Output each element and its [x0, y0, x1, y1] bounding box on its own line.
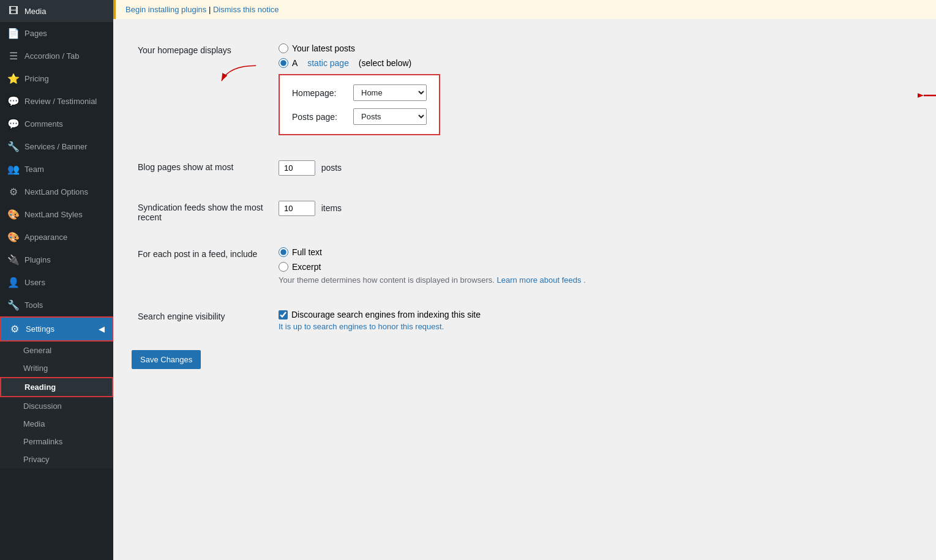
full-text-radio[interactable] — [279, 247, 288, 257]
submenu-media[interactable]: Media — [0, 415, 113, 433]
submenu-discussion[interactable]: Discussion — [0, 397, 113, 415]
users-icon: 👤 — [7, 277, 20, 288]
syndication-suffix: items — [321, 203, 342, 213]
posts-page-select-row: Posts page: Posts Blog — [292, 108, 427, 125]
feed-include-label: For each post in a feed, include — [138, 247, 279, 259]
homepage-radio-group: Your latest posts A static page (select … — [279, 43, 912, 68]
dismiss-notice-link[interactable]: Dismiss this notice — [213, 5, 279, 14]
sidebar-item-plugins[interactable]: 🔌 Plugins — [0, 248, 113, 271]
submenu-permalinks[interactable]: Permalinks — [0, 433, 113, 450]
blog-pages-suffix: posts — [321, 163, 342, 173]
homepage-displays-content: Your latest posts A static page (select … — [279, 43, 912, 135]
sidebar-item-pricing[interactable]: ⭐ Pricing — [0, 67, 113, 90]
static-page-box: Homepage: Home About Contact Posts page:… — [279, 74, 440, 135]
feed-include-row: For each post in a feed, include Full te… — [132, 235, 918, 297]
blog-pages-content: posts — [279, 160, 912, 176]
sidebar-item-team[interactable]: 👥 Team — [0, 158, 113, 181]
appearance-icon: 🎨 — [7, 231, 20, 243]
search-engine-label: Search engine visibility — [138, 310, 279, 321]
settings-submenu: General Writing Reading Discussion Media… — [0, 342, 113, 468]
homepage-displays-row: Your homepage displays — [132, 31, 918, 148]
review-icon: 💬 — [7, 95, 20, 107]
accordion-icon: ☰ — [7, 50, 20, 62]
search-engine-row: Search engine visibility Discourage sear… — [132, 297, 918, 344]
latest-posts-radio-label[interactable]: Your latest posts — [279, 43, 912, 53]
sidebar-item-users[interactable]: 👤 Users — [0, 271, 113, 294]
syndication-content: items — [279, 201, 912, 216]
feed-hint: Your theme determines how content is dis… — [279, 275, 912, 285]
sidebar-item-settings[interactable]: ⚙ Settings ◀ — [0, 316, 113, 342]
homepage-displays-label: Your homepage displays — [138, 43, 279, 55]
static-page-radio-label[interactable]: A static page (select below) — [279, 58, 912, 68]
notice-separator: | — [209, 5, 213, 14]
search-engine-warning: It is up to search engines to honor this… — [279, 322, 912, 331]
syndication-row: Syndication feeds show the most recent i… — [132, 189, 918, 235]
excerpt-radio-label[interactable]: Excerpt — [279, 262, 912, 272]
blog-pages-label: Blog pages show at most — [138, 160, 279, 172]
reading-settings-content: Your homepage displays — [113, 19, 936, 394]
sidebar-item-media[interactable]: 🎞 Media — [0, 0, 113, 22]
homepage-select-row: Homepage: Home About Contact — [292, 84, 427, 101]
posts-page-select[interactable]: Posts Blog — [353, 108, 427, 125]
services-icon: 🔧 — [7, 141, 20, 152]
sidebar-item-pages[interactable]: 📄 Pages — [0, 22, 113, 45]
settings-collapse-icon: ◀ — [99, 324, 105, 334]
feed-include-content: Full text Excerpt Your theme determines … — [279, 247, 912, 285]
syndication-label: Syndication feeds show the most recent — [138, 201, 279, 222]
submenu-privacy[interactable]: Privacy — [0, 450, 113, 468]
posts-page-select-label: Posts page: — [292, 112, 347, 122]
sidebar: 🎞 Media 📄 Pages ☰ Accordion / Tab ⭐ Pric… — [0, 0, 113, 560]
pages-icon: 📄 — [7, 28, 20, 39]
nextland-options-icon: ⚙ — [7, 186, 20, 198]
full-text-radio-label[interactable]: Full text — [279, 247, 912, 257]
sidebar-item-appearance[interactable]: 🎨 Appearance — [0, 226, 113, 248]
submenu-writing[interactable]: Writing — [0, 359, 113, 377]
tools-icon: 🔧 — [7, 299, 20, 311]
sidebar-item-nextland-styles[interactable]: 🎨 NextLand Styles — [0, 203, 113, 226]
sidebar-item-nextland-options[interactable]: ⚙ NextLand Options — [0, 181, 113, 203]
excerpt-radio[interactable] — [279, 262, 288, 272]
red-arrow-left — [205, 62, 272, 92]
search-engine-content: Discourage search engines from indexing … — [279, 310, 912, 331]
notice-bar: Begin installing plugins | Dismiss this … — [113, 0, 936, 19]
sidebar-item-accordion[interactable]: ☰ Accordion / Tab — [0, 45, 113, 67]
static-page-radio[interactable] — [279, 58, 288, 68]
homepage-select[interactable]: Home About Contact — [353, 84, 427, 101]
pricing-icon: ⭐ — [7, 73, 20, 84]
comments-icon: 💬 — [7, 118, 20, 130]
search-engine-checkbox[interactable] — [279, 310, 288, 319]
search-engine-checkbox-label[interactable]: Discourage search engines from indexing … — [279, 310, 912, 319]
sidebar-item-services[interactable]: 🔧 Services / Banner — [0, 135, 113, 158]
sidebar-item-comments[interactable]: 💬 Comments — [0, 113, 113, 135]
settings-icon: ⚙ — [9, 323, 21, 335]
homepage-select-label: Homepage: — [292, 88, 347, 98]
plugins-icon: 🔌 — [7, 254, 20, 266]
sidebar-item-tools[interactable]: 🔧 Tools — [0, 294, 113, 316]
team-icon: 👥 — [7, 163, 20, 175]
save-changes-button[interactable]: Save Changes — [132, 350, 201, 369]
sidebar-item-review[interactable]: 💬 Review / Testimonial — [0, 90, 113, 113]
blog-pages-row: Blog pages show at most posts — [132, 148, 918, 189]
learn-more-feeds-link[interactable]: Learn more about feeds — [497, 275, 582, 285]
feed-radio-group: Full text Excerpt — [279, 247, 912, 272]
blog-pages-input[interactable] — [279, 160, 315, 176]
media-icon: 🎞 — [7, 6, 20, 17]
submenu-general[interactable]: General — [0, 342, 113, 359]
latest-posts-radio[interactable] — [279, 43, 288, 53]
syndication-input[interactable] — [279, 201, 315, 216]
red-arrow-right — [918, 80, 936, 111]
begin-installing-link[interactable]: Begin installing plugins — [125, 5, 206, 14]
nextland-styles-icon: 🎨 — [7, 209, 20, 220]
main-content: Begin installing plugins | Dismiss this … — [113, 0, 936, 560]
static-page-link[interactable]: static page — [307, 58, 349, 68]
submenu-reading[interactable]: Reading — [0, 377, 113, 397]
